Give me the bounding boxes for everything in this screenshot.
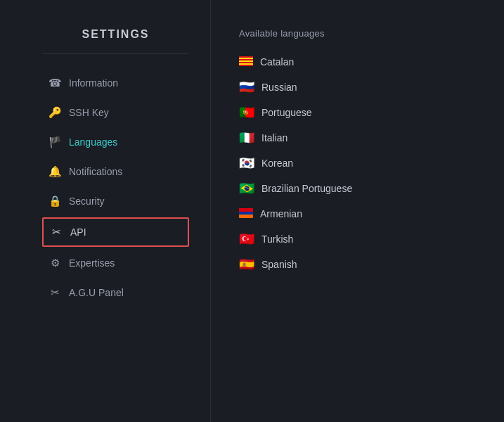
expertises-icon: ⚙	[48, 257, 62, 269]
svg-rect-0	[239, 56, 253, 66]
sidebar-item-information[interactable]: ☎ Information	[42, 70, 189, 96]
flag-icon-korean: 🇰🇷	[239, 157, 254, 170]
sidebar-item-security[interactable]: 🔒 Security	[42, 188, 189, 215]
svg-rect-6	[239, 212, 253, 215]
sidebar-divider	[42, 53, 189, 54]
sidebar-item-label: API	[70, 226, 86, 238]
language-item-turkish[interactable]: 🇹🇷Turkish	[239, 233, 476, 245]
language-name-spanish: Spanish	[261, 259, 297, 270]
svg-rect-4	[239, 65, 253, 66]
language-item-brazilian-portuguese[interactable]: 🇧🇷Brazilian Portuguese	[239, 182, 476, 195]
sidebar-item-ssh-key[interactable]: 🔑 SSH Key	[42, 99, 189, 126]
information-icon: ☎	[48, 77, 62, 89]
language-name-korean: Korean	[261, 158, 293, 169]
sidebar-item-label: Notifications	[69, 166, 122, 177]
flag-icon-catalan	[239, 56, 253, 68]
svg-rect-7	[239, 215, 253, 218]
language-item-russian[interactable]: 🇷🇺Russian	[239, 81, 476, 94]
svg-rect-1	[239, 56, 253, 58]
language-name-armenian: Armenian	[260, 208, 302, 219]
language-name-portuguese: Portuguese	[261, 107, 312, 118]
main-content: Available languages Catalan🇷🇺Russian🇵🇹Po…	[211, 0, 504, 422]
svg-rect-3	[239, 62, 253, 63]
agu-panel-icon: ✂	[48, 286, 62, 299]
flag-icon-brazilian-portuguese: 🇧🇷	[239, 182, 254, 195]
section-label: Available languages	[239, 28, 476, 39]
sidebar-item-label: Expertises	[69, 257, 115, 269]
flag-icon-italian: 🇮🇹	[239, 132, 254, 144]
language-list: Catalan🇷🇺Russian🇵🇹Portuguese🇮🇹Italian🇰🇷K…	[239, 56, 476, 271]
ssh-key-icon: 🔑	[48, 106, 62, 119]
language-item-italian[interactable]: 🇮🇹Italian	[239, 132, 476, 144]
language-name-brazilian-portuguese: Brazilian Portuguese	[261, 183, 352, 194]
flag-icon-spanish: 🇪🇸	[239, 258, 254, 271]
sidebar-item-label: A.G.U Panel	[69, 287, 124, 298]
security-icon: 🔒	[48, 195, 62, 207]
sidebar-item-api[interactable]: ✂ API	[42, 217, 189, 247]
language-item-korean[interactable]: 🇰🇷Korean	[239, 157, 476, 170]
sidebar-item-label: Information	[69, 77, 118, 89]
sidebar-item-agu-panel[interactable]: ✂ A.G.U Panel	[42, 279, 189, 306]
sidebar-item-label: SSH Key	[69, 107, 109, 118]
flag-icon-armenian	[239, 207, 253, 220]
languages-icon: 🏴	[48, 136, 62, 148]
svg-rect-2	[239, 59, 253, 60]
language-name-russian: Russian	[261, 82, 297, 93]
language-name-italian: Italian	[261, 132, 287, 143]
sidebar-item-notifications[interactable]: 🔔 Notifications	[42, 158, 189, 185]
app-container: SETTINGS ☎ Information 🔑 SSH Key 🏴 Langu…	[0, 0, 504, 422]
language-name-turkish: Turkish	[261, 234, 293, 245]
notifications-icon: 🔔	[48, 165, 62, 178]
flag-icon-russian: 🇷🇺	[239, 81, 254, 94]
api-icon: ✂	[49, 226, 63, 238]
sidebar-item-label: Languages	[69, 136, 117, 148]
page-title: SETTINGS	[42, 28, 189, 41]
language-name-catalan: Catalan	[260, 56, 294, 68]
svg-rect-5	[239, 208, 253, 212]
language-item-portuguese[interactable]: 🇵🇹Portuguese	[239, 106, 476, 119]
language-item-spanish[interactable]: 🇪🇸Spanish	[239, 258, 476, 271]
sidebar: SETTINGS ☎ Information 🔑 SSH Key 🏴 Langu…	[0, 0, 211, 422]
sidebar-item-languages[interactable]: 🏴 Languages	[42, 129, 189, 155]
language-item-catalan[interactable]: Catalan	[239, 56, 476, 68]
sidebar-item-expertises[interactable]: ⚙ Expertises	[42, 250, 189, 276]
flag-icon-turkish: 🇹🇷	[239, 233, 254, 245]
flag-icon-portuguese: 🇵🇹	[239, 106, 254, 119]
sidebar-item-label: Security	[69, 196, 105, 207]
language-item-armenian[interactable]: Armenian	[239, 207, 476, 220]
